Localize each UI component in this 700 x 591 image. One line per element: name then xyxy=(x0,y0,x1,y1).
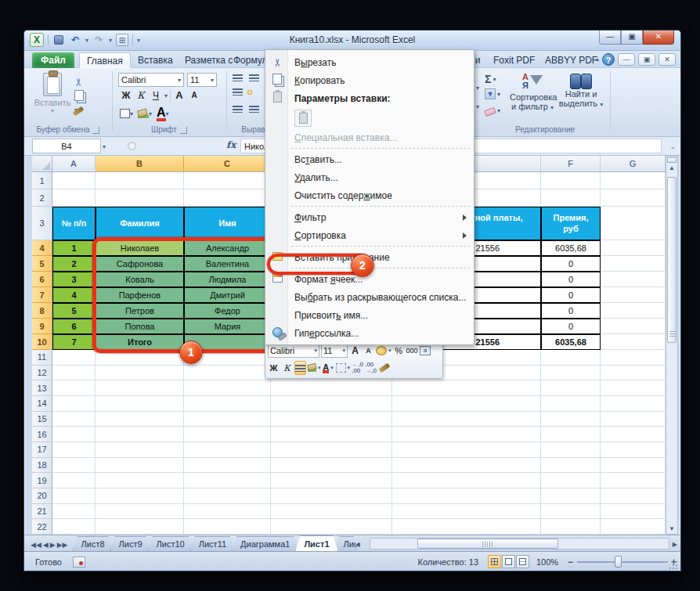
cell[interactable] xyxy=(96,488,184,504)
menu-item-sort[interactable]: Сортировка xyxy=(266,226,473,244)
sheet-tab-diagram1[interactable]: Диаграмма1 xyxy=(232,536,298,551)
menu-item-define-name[interactable]: Присвоить имя... xyxy=(266,306,473,324)
sheet-tab-partial[interactable]: Лис xyxy=(335,536,359,551)
cell[interactable] xyxy=(541,380,601,396)
cell-a6[interactable]: 3 xyxy=(52,272,96,287)
cell[interactable] xyxy=(52,189,96,207)
cell[interactable] xyxy=(392,380,541,396)
cell-f6[interactable]: 0 xyxy=(541,272,601,287)
cell[interactable] xyxy=(601,473,666,488)
row-header-9[interactable]: 9 xyxy=(32,319,52,334)
cell-b7[interactable]: Парфенов xyxy=(96,287,184,303)
header-cell-f3[interactable]: Премия,руб xyxy=(541,207,601,240)
bold-button[interactable]: Ж xyxy=(120,89,132,103)
cell[interactable] xyxy=(184,396,271,412)
resize-grip[interactable] xyxy=(669,560,678,570)
scroll-down-icon[interactable]: ▼ xyxy=(666,525,677,532)
align-left-icon[interactable] xyxy=(233,88,243,95)
cell[interactable] xyxy=(184,488,271,504)
tab-insert[interactable]: Вставка xyxy=(131,52,180,68)
cell[interactable] xyxy=(601,458,666,474)
menu-item-cut[interactable]: ✂ Вырезать xyxy=(266,53,473,71)
view-normal-button[interactable] xyxy=(488,555,501,568)
paste-button[interactable]: Вставить ▾ xyxy=(34,73,71,114)
cell[interactable] xyxy=(52,442,96,458)
cell-a9[interactable]: 6 xyxy=(52,319,96,334)
cell[interactable] xyxy=(541,488,601,504)
cell-b10-total[interactable]: Итого xyxy=(96,334,184,350)
cell[interactable] xyxy=(271,412,392,427)
sheet-tab-list9[interactable]: Лист9 xyxy=(110,536,151,551)
last-sheet-icon[interactable]: ▶▶ xyxy=(57,541,68,549)
cell[interactable] xyxy=(541,458,601,474)
cell[interactable] xyxy=(601,256,666,272)
cell-b8[interactable]: Петров xyxy=(96,303,184,319)
help-icon[interactable]: ? xyxy=(602,53,615,66)
cell[interactable] xyxy=(52,473,96,488)
fill-button[interactable]: ▼▾ xyxy=(485,88,500,99)
cell-c5[interactable]: Валентина xyxy=(184,256,271,272)
select-all-corner[interactable] xyxy=(32,156,52,172)
cell[interactable] xyxy=(52,519,96,535)
cell[interactable] xyxy=(601,427,666,442)
cell[interactable] xyxy=(601,396,666,412)
cell-c9[interactable]: Мария xyxy=(184,319,271,334)
cell[interactable] xyxy=(601,189,666,207)
mini-merge-button[interactable]: a xyxy=(420,344,431,358)
hidden-dropdown-icon[interactable]: ▾ xyxy=(476,98,479,112)
cell[interactable] xyxy=(392,427,541,442)
italic-button[interactable]: К xyxy=(135,89,147,103)
cell[interactable] xyxy=(52,172,96,189)
cell[interactable] xyxy=(271,380,392,396)
cell-f8[interactable]: 0 xyxy=(541,303,601,319)
cell[interactable] xyxy=(184,412,271,427)
cell[interactable] xyxy=(541,427,601,442)
cell[interactable] xyxy=(271,473,392,488)
row-header-12[interactable]: 12 xyxy=(32,366,52,381)
cell-a10[interactable]: 7 xyxy=(52,334,96,350)
cell[interactable] xyxy=(541,396,601,412)
cell[interactable] xyxy=(96,442,184,458)
menu-item-insert[interactable]: Вставить... xyxy=(266,150,473,168)
cell[interactable] xyxy=(52,380,96,396)
row-header-20[interactable]: 20 xyxy=(32,488,52,504)
cell-f5[interactable]: 0 xyxy=(541,256,601,272)
cell[interactable] xyxy=(271,504,392,520)
view-page-layout-button[interactable] xyxy=(502,555,515,568)
cell[interactable] xyxy=(392,442,541,458)
cell[interactable] xyxy=(96,396,184,412)
cell[interactable] xyxy=(96,458,184,474)
cell-b4-active[interactable]: Николаев xyxy=(96,240,184,256)
cell-b5[interactable]: Сафронова xyxy=(96,256,184,272)
menu-item-hyperlink[interactable]: Гиперссылка... xyxy=(266,324,473,342)
cell-f9[interactable]: 0 xyxy=(541,319,601,334)
cell[interactable] xyxy=(541,473,601,488)
scroll-up-icon[interactable]: ▲ xyxy=(666,164,677,171)
row-header-5[interactable]: 5 xyxy=(32,256,52,272)
menu-item-paste-special[interactable]: Специальная вставка... xyxy=(266,128,473,146)
row-header-13[interactable]: 13 xyxy=(32,380,52,396)
mini-size-combo[interactable]: 11▾ xyxy=(321,344,348,358)
cell[interactable] xyxy=(601,272,666,287)
cell[interactable] xyxy=(184,504,271,520)
cell[interactable] xyxy=(541,366,601,381)
header-cell-b3[interactable]: Фамилия xyxy=(96,207,184,240)
row-header-6[interactable]: 6 xyxy=(32,272,52,287)
cell[interactable] xyxy=(96,427,184,442)
mini-font-combo[interactable]: Calibri▾ xyxy=(268,344,319,358)
cell[interactable] xyxy=(601,207,666,240)
cell[interactable] xyxy=(52,366,96,381)
status-zoom-level[interactable]: 100% xyxy=(536,557,558,567)
cell[interactable] xyxy=(392,488,541,504)
align-middle-icon[interactable] xyxy=(249,74,259,81)
cell[interactable] xyxy=(541,442,601,458)
cell-a5[interactable]: 2 xyxy=(52,256,96,272)
cell-b9[interactable]: Попова xyxy=(96,319,184,334)
cell[interactable] xyxy=(392,396,541,412)
cell[interactable] xyxy=(392,504,541,520)
cell[interactable] xyxy=(96,172,184,189)
cell[interactable] xyxy=(184,189,271,207)
row-header-2[interactable]: 2 xyxy=(32,189,52,207)
cell[interactable] xyxy=(52,458,96,474)
clear-button[interactable]: ▾ xyxy=(485,106,500,115)
